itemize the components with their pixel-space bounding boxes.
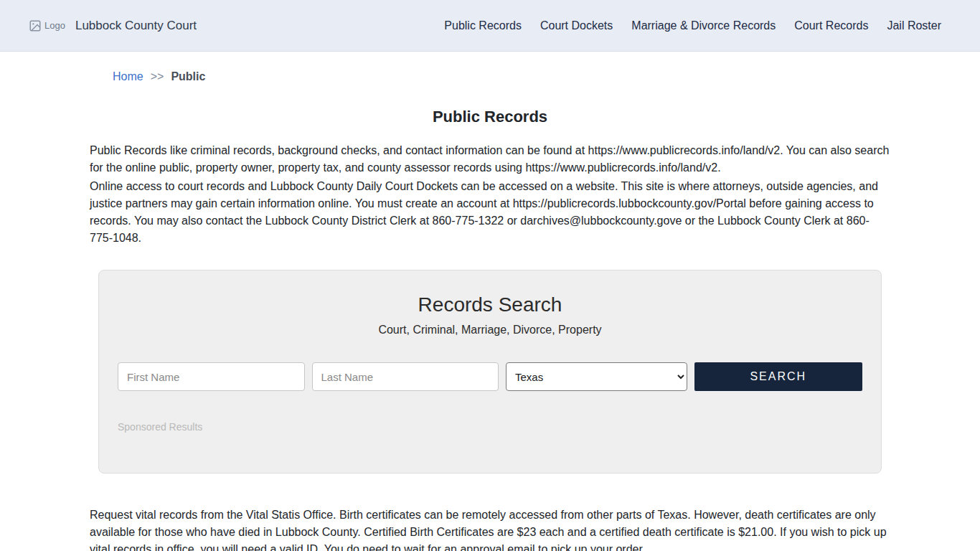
search-button[interactable]: SEARCH [694, 362, 863, 391]
search-form-row: Texas SEARCH [118, 362, 862, 391]
breadcrumb-home-link[interactable]: Home [113, 70, 143, 83]
logo-broken-image-icon: Logo [29, 19, 65, 32]
records-search-card: Records Search Court, Criminal, Marriage… [98, 270, 882, 474]
site-title: Lubbock County Court [75, 19, 197, 33]
last-name-input[interactable] [312, 362, 499, 391]
intro-paragraph-2: Online access to court records and Lubbo… [90, 178, 890, 247]
breadcrumb-separator: >> [151, 70, 164, 83]
site-header: Logo Lubbock County Court Public Records… [0, 0, 980, 52]
brand[interactable]: Logo Lubbock County Court [29, 19, 197, 33]
nav-marriage-divorce-records[interactable]: Marriage & Divorce Records [631, 19, 776, 32]
page-title: Public Records [90, 108, 890, 126]
main-nav: Public Records Court Dockets Marriage & … [444, 19, 941, 32]
records-search-subtitle: Court, Criminal, Marriage, Divorce, Prop… [118, 324, 862, 336]
breadcrumb: Home >> Public [90, 70, 890, 83]
intro-paragraph-1: Public Records like criminal records, ba… [90, 142, 890, 176]
records-search-title: Records Search [118, 293, 862, 316]
logo-alt-text: Logo [44, 20, 65, 31]
page: Logo Lubbock County Court Public Records… [0, 0, 980, 551]
nav-court-records[interactable]: Court Records [794, 19, 868, 32]
sponsored-results-label: Sponsored Results [118, 421, 862, 433]
vital-records-paragraph: Request vital records from the Vital Sta… [90, 507, 890, 551]
breadcrumb-current: Public [171, 70, 205, 83]
nav-public-records[interactable]: Public Records [444, 19, 522, 32]
first-name-input[interactable] [118, 362, 305, 391]
nav-court-dockets[interactable]: Court Dockets [540, 19, 613, 32]
nav-jail-roster[interactable]: Jail Roster [887, 19, 941, 32]
state-select[interactable]: Texas [506, 362, 687, 391]
main-content: Public Records Public Records like crimi… [90, 108, 890, 551]
